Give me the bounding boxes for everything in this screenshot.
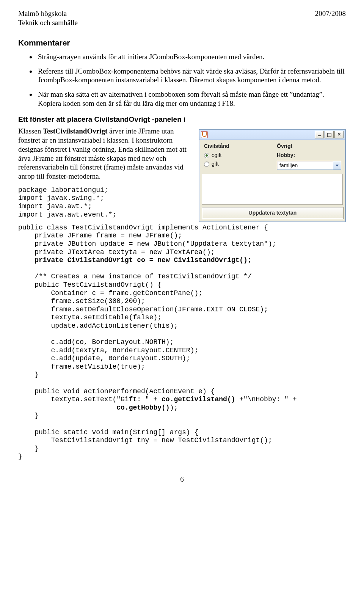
radio-label: gift bbox=[212, 161, 219, 168]
code-snippet-imports: package laborationgui; import javax.swin… bbox=[18, 186, 193, 219]
combo-selected-value: familjen bbox=[277, 162, 333, 169]
ovrigt-label: Övrigt bbox=[277, 143, 341, 150]
bullet-item: Referens till JComboBox-komponenterna be… bbox=[36, 67, 346, 85]
titlebar bbox=[199, 130, 345, 140]
hobby-combo[interactable]: familjen bbox=[277, 161, 341, 170]
header-left-line2: Teknik och samhälle bbox=[18, 18, 78, 27]
header-left-line1: Malmö högskola bbox=[18, 9, 78, 18]
page-number: 6 bbox=[18, 475, 346, 484]
text-area bbox=[202, 174, 343, 205]
section-heading: Kommentarer bbox=[18, 38, 346, 48]
java-icon bbox=[201, 131, 208, 138]
radio-ogift[interactable]: ogift bbox=[204, 152, 268, 159]
radio-dot-icon bbox=[204, 162, 209, 167]
top-panel: Civilstånd ogift gift Övrigt Hobby: fami… bbox=[199, 140, 345, 174]
maximize-button[interactable] bbox=[325, 131, 334, 138]
minimize-button[interactable] bbox=[315, 131, 324, 138]
button-bar: Uppdatera textytan bbox=[199, 205, 345, 221]
paragraph-bold: TestCivilstandOvrigt bbox=[43, 127, 107, 135]
code-block-main: public class TestCivilstandOvrigt implem… bbox=[18, 224, 346, 461]
bullet-item: När man ska sätta ett av alternativen i … bbox=[36, 90, 346, 108]
java-window: Civilstånd ogift gift Övrigt Hobby: fami… bbox=[199, 129, 346, 222]
ovrigt-panel: Övrigt Hobby: familjen bbox=[272, 140, 345, 174]
radio-label: ogift bbox=[212, 152, 221, 159]
hobby-label: Hobby: bbox=[277, 152, 341, 159]
civilstand-label: Civilstånd bbox=[204, 143, 268, 150]
chevron-down-icon[interactable] bbox=[333, 161, 341, 170]
paragraph-part: Klassen bbox=[18, 127, 43, 135]
radio-gift[interactable]: gift bbox=[204, 161, 268, 168]
subsection-heading: Ett fönster att placera CivilstandOvrigt… bbox=[18, 115, 346, 124]
header-left: Malmö högskola Teknik och samhälle bbox=[18, 9, 78, 27]
paragraph: Klassen TestCivilstandOvrigt ärver inte … bbox=[18, 127, 193, 181]
update-button[interactable]: Uppdatera textytan bbox=[202, 207, 344, 219]
page-header: Malmö högskola Teknik och samhälle 2007/… bbox=[18, 9, 346, 27]
close-button[interactable] bbox=[334, 131, 344, 138]
header-right: 2007/2008 bbox=[315, 9, 346, 27]
civilstand-panel: Civilstånd ogift gift bbox=[199, 140, 272, 174]
bullet-item: Sträng-arrayen används för att initiera … bbox=[36, 52, 346, 61]
radio-dot-icon bbox=[204, 153, 209, 158]
bullet-list: Sträng-arrayen används för att initiera … bbox=[18, 52, 346, 108]
